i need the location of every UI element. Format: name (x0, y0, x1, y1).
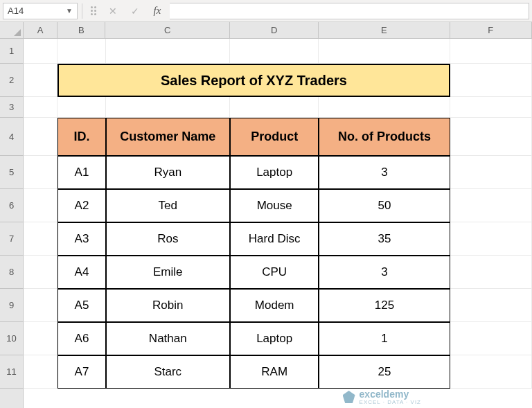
select-all-corner[interactable] (0, 22, 24, 39)
name-box[interactable]: A14 ▼ (3, 3, 78, 19)
row-header-6[interactable]: 6 (0, 189, 23, 222)
td-customer[interactable]: Ryan (106, 156, 231, 189)
td-qty[interactable]: 50 (319, 189, 450, 222)
table-row: A6 Nathan Laptop 1 (24, 322, 532, 355)
td-customer[interactable]: Emile (106, 256, 231, 289)
row-header-9[interactable]: 9 (0, 289, 23, 322)
table-row: A7 Starc RAM 25 (24, 355, 532, 389)
td-id[interactable]: A1 (57, 156, 105, 189)
cell[interactable] (24, 289, 57, 322)
cell[interactable] (24, 97, 57, 118)
td-id[interactable]: A7 (57, 355, 105, 389)
cell[interactable] (319, 39, 450, 64)
td-qty[interactable]: 1 (319, 322, 450, 355)
cell[interactable] (24, 64, 57, 97)
td-qty[interactable]: 3 (319, 256, 450, 289)
cell[interactable] (24, 156, 57, 189)
th-customer[interactable]: Customer Name (106, 118, 231, 156)
col-header-f[interactable]: F (450, 22, 532, 38)
col-header-e[interactable]: E (319, 22, 450, 38)
cell[interactable] (24, 189, 57, 222)
td-id[interactable]: A2 (57, 189, 105, 222)
cell[interactable] (450, 256, 532, 289)
row-headers: 1 2 3 4 5 6 7 8 9 10 11 (0, 39, 24, 408)
cell[interactable] (57, 97, 105, 118)
row-2: Sales Report of XYZ Traders (24, 64, 532, 97)
td-id[interactable]: A5 (57, 289, 105, 322)
th-id[interactable]: ID. (57, 118, 105, 156)
td-qty[interactable]: 25 (319, 355, 450, 389)
row-header-3[interactable]: 3 (0, 97, 23, 118)
cell[interactable] (450, 355, 532, 389)
cell[interactable] (230, 97, 319, 118)
row-header-11[interactable]: 11 (0, 355, 23, 389)
table-row: A2 Ted Mouse 50 (24, 189, 532, 222)
col-header-b[interactable]: B (57, 22, 105, 38)
chevron-down-icon[interactable]: ▼ (66, 7, 73, 15)
td-qty[interactable]: 125 (319, 289, 450, 322)
td-product[interactable]: Laptop (230, 322, 319, 355)
cells-area[interactable]: Sales Report of XYZ Traders ID. Customer… (24, 39, 532, 408)
table-row: A5 Robin Modem 125 (24, 289, 532, 322)
row-header-7[interactable]: 7 (0, 222, 23, 256)
cell[interactable] (24, 322, 57, 355)
confirm-icon[interactable]: ✓ (125, 3, 145, 19)
cell[interactable] (450, 39, 532, 64)
row-header-5[interactable]: 5 (0, 156, 23, 189)
formula-input[interactable] (170, 3, 529, 19)
td-customer[interactable]: Robin (106, 289, 231, 322)
row-header-2[interactable]: 2 (0, 64, 23, 97)
spreadsheet-grid: A B C D E F 1 2 3 4 5 6 7 8 9 10 11 Sale… (0, 22, 532, 408)
td-qty[interactable]: 3 (319, 156, 450, 189)
cell[interactable] (24, 39, 57, 64)
cell[interactable] (450, 64, 532, 97)
cell[interactable] (450, 97, 532, 118)
td-product[interactable]: RAM (230, 355, 319, 389)
cell[interactable] (450, 289, 532, 322)
divider (82, 3, 82, 19)
row-header-4[interactable]: 4 (0, 118, 23, 156)
report-title[interactable]: Sales Report of XYZ Traders (57, 64, 450, 97)
col-header-d[interactable]: D (230, 22, 319, 38)
row-header-10[interactable]: 10 (0, 322, 23, 355)
cell[interactable] (24, 256, 57, 289)
cell[interactable] (57, 39, 105, 64)
cell[interactable] (450, 322, 532, 355)
td-product[interactable]: Hard Disc (230, 222, 319, 256)
th-product[interactable]: Product (230, 118, 319, 156)
cell[interactable] (450, 156, 532, 189)
cell[interactable] (319, 97, 450, 118)
td-customer[interactable]: Starc (106, 355, 231, 389)
row-header-1[interactable]: 1 (0, 39, 23, 64)
col-header-c[interactable]: C (105, 22, 230, 38)
cell[interactable] (24, 355, 57, 389)
th-qty[interactable]: No. of Products (319, 118, 450, 156)
cell[interactable] (24, 222, 57, 256)
td-customer[interactable]: Nathan (106, 322, 231, 355)
cell[interactable] (106, 97, 231, 118)
cell[interactable] (24, 118, 57, 156)
td-product[interactable]: Mouse (230, 189, 319, 222)
cancel-icon[interactable]: ✕ (103, 3, 123, 19)
td-id[interactable]: A6 (57, 322, 105, 355)
cell[interactable] (450, 222, 532, 256)
td-product[interactable]: CPU (230, 256, 319, 289)
col-header-a[interactable]: A (24, 22, 57, 38)
table-row: A4 Emile CPU 3 (24, 256, 532, 289)
column-headers: A B C D E F (24, 22, 532, 39)
td-customer[interactable]: Ted (106, 189, 231, 222)
fx-icon[interactable]: fx (148, 3, 167, 19)
cell[interactable] (230, 39, 319, 64)
cell[interactable] (106, 39, 231, 64)
cell[interactable] (450, 118, 532, 156)
td-id[interactable]: A3 (57, 222, 105, 256)
td-id[interactable]: A4 (57, 256, 105, 289)
row-header-8[interactable]: 8 (0, 256, 23, 289)
formula-bar: A14 ▼ ✕ ✓ fx (0, 0, 532, 22)
td-qty[interactable]: 35 (319, 222, 450, 256)
table-row: A1 Ryan Laptop 3 (24, 156, 532, 189)
td-product[interactable]: Modem (230, 289, 319, 322)
cell[interactable] (450, 189, 532, 222)
td-customer[interactable]: Ros (106, 222, 231, 256)
td-product[interactable]: Laptop (230, 156, 319, 189)
